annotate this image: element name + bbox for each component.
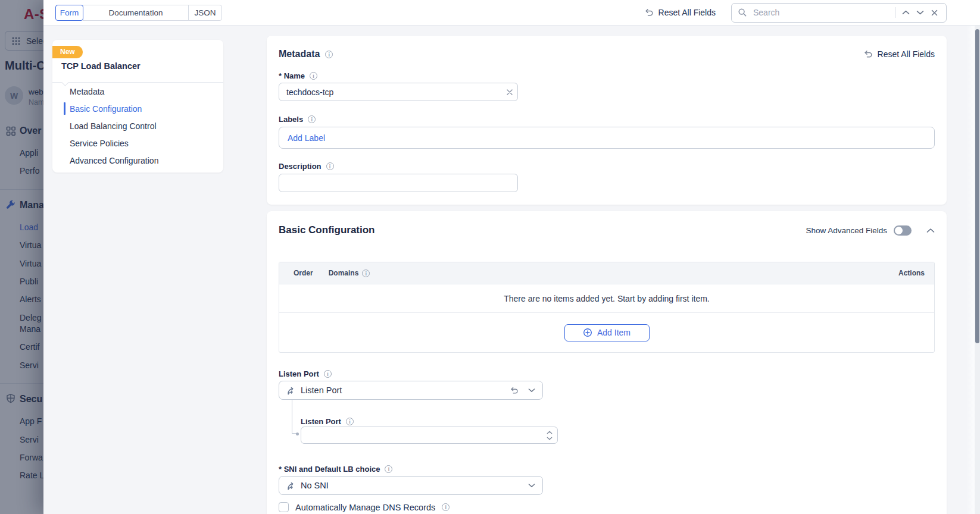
panel-content: New TCP Load Balancer Metadata Basic Con… [43,26,980,514]
scrollbar-thumb[interactable] [975,29,979,343]
column-order: Order [294,269,313,277]
chevron-up-icon [902,10,910,15]
dns-records-label: Automatically Manage DNS Records [295,503,435,512]
column-domains: Domains [329,269,370,277]
collapse-section-button[interactable] [926,228,935,233]
search-box[interactable] [731,3,947,23]
name-field-label: * Name [279,71,317,80]
metadata-title-row: Metadata [279,49,333,59]
chevron-down-icon[interactable] [528,483,535,488]
add-label-button[interactable]: Add Label [288,133,325,143]
step-load-balancing-control[interactable]: Load Balancing Control [52,117,223,134]
search-divider [895,7,896,18]
chevron-down-icon [916,10,924,15]
stepper-down-button[interactable] [547,435,553,441]
chevron-down-icon [547,437,553,440]
name-input-wrap [279,83,518,101]
sni-selected-value: No SNI [301,481,329,490]
step-basic-configuration[interactable]: Basic Configuration [52,100,223,117]
description-input-wrap [279,174,518,192]
panel-topbar: Form Documentation JSON Reset All Fields [43,0,980,26]
domains-table-header: Order Domains Actions [279,262,934,284]
basic-configuration-card: Basic Configuration Show Advanced Fields… [267,211,947,514]
add-item-button[interactable]: Add Item [564,324,650,341]
undo-icon [863,50,873,58]
chevron-up-icon [547,431,553,434]
advanced-fields-control: Show Advanced Fields [806,225,935,236]
one-of-selector-icon [286,386,295,395]
domains-table: Order Domains Actions There are no items… [279,262,935,353]
search-input[interactable] [752,7,893,18]
basic-card-header: Basic Configuration Show Advanced Fields [279,224,935,236]
child-field-connector [292,400,297,434]
chevron-down-icon[interactable] [528,388,535,393]
listen-port-child-label: Listen Port [301,417,354,426]
show-advanced-fields-toggle[interactable] [894,225,912,236]
reset-all-fields-label: Reset All Fields [658,8,716,17]
info-icon[interactable] [308,115,316,123]
reset-all-fields-button[interactable]: Reset All Fields [644,8,716,17]
listen-port-selected-value: Listen Port [301,386,342,395]
metadata-card: Metadata Reset All Fields * Name [267,36,947,205]
chevron-up-icon [926,228,935,233]
description-input[interactable] [279,178,517,188]
info-icon[interactable] [310,72,317,80]
info-icon[interactable] [324,370,332,378]
basic-configuration-title: Basic Configuration [279,224,375,236]
clear-name-button[interactable] [502,83,517,101]
step-metadata[interactable]: Metadata [52,83,223,100]
undo-icon [644,8,654,17]
info-icon[interactable] [385,465,392,473]
search-next-button[interactable] [913,5,927,20]
name-input[interactable] [279,87,502,97]
connector-dot [296,432,299,435]
metadata-reset-label: Reset All Fields [878,49,935,59]
listen-port-number-input-wrap [301,427,558,444]
step-service-policies[interactable]: Service Policies [52,134,223,152]
metadata-title: Metadata [279,49,320,59]
labels-box[interactable]: Add Label [279,127,935,149]
scroll-edge-fade [966,26,975,514]
tab-form[interactable]: Form [55,5,83,21]
sni-selector[interactable]: No SNI [279,476,543,495]
metadata-card-header: Metadata Reset All Fields [279,49,935,59]
view-tabs: Form Documentation JSON [55,5,222,21]
description-field-label: Description [279,162,334,171]
number-stepper [547,430,553,441]
info-icon[interactable] [325,51,333,58]
add-item-row: Add Item [279,313,934,352]
dns-records-checkbox[interactable] [279,502,289,512]
step-advanced-configuration[interactable]: Advanced Configuration [52,152,223,169]
listen-port-selector[interactable]: Listen Port [279,381,543,400]
search-close-button[interactable] [927,5,941,20]
column-actions: Actions [898,269,925,277]
tab-json[interactable]: JSON [188,5,222,21]
sni-field-label: * SNI and Default LB choice [279,465,392,474]
show-advanced-fields-label: Show Advanced Fields [806,226,887,235]
one-of-selector-icon [286,481,295,490]
info-icon[interactable] [442,503,450,511]
empty-table-message: There are no items added yet. Start by a… [279,284,934,313]
wizard-nav-card: New TCP Load Balancer Metadata Basic Con… [52,40,223,173]
info-icon[interactable] [326,162,334,170]
close-icon [507,89,513,95]
new-badge: New [52,46,83,58]
info-icon[interactable] [362,269,370,277]
stepper-up-button[interactable] [547,430,553,435]
search-icon [738,8,747,17]
add-item-label: Add Item [597,328,631,337]
vertical-scrollbar[interactable] [975,26,980,514]
listen-port-number-input[interactable] [301,431,547,440]
metadata-reset-fields-button[interactable]: Reset All Fields [863,49,935,59]
labels-field-label: Labels [279,115,316,124]
close-icon [931,10,938,16]
listen-port-field-label: Listen Port [279,369,332,378]
tab-documentation[interactable]: Documentation [83,5,189,21]
screen: A-S Selec Multi-C W web Nam Over Appli P… [0,0,980,514]
undo-icon[interactable] [510,387,519,394]
dns-records-row: Automatically Manage DNS Records [279,502,450,512]
plus-circle-icon [583,328,592,337]
wizard-title: TCP Load Balancer [61,61,141,71]
search-prev-button[interactable] [898,5,913,20]
info-icon[interactable] [346,418,354,425]
